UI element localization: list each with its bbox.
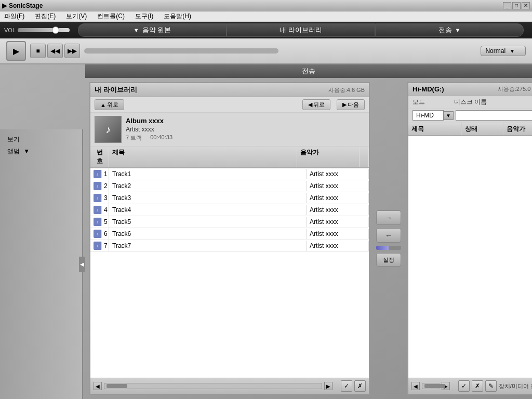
track-row[interactable]: ♪ 4 Track4 Artist xxxx bbox=[90, 204, 369, 216]
tab-my-library[interactable]: 내 라이브러리 bbox=[227, 23, 375, 37]
transfer-progress-fill bbox=[376, 246, 389, 250]
progress-bar[interactable] bbox=[84, 48, 278, 54]
right-header-title: 제목 bbox=[408, 123, 462, 135]
forward-button[interactable]: ▶ 다음 bbox=[337, 99, 365, 110]
menu-tools[interactable]: 도구(I) bbox=[133, 12, 155, 21]
track-table-header: 번호 제목 음악가 bbox=[90, 147, 369, 168]
sidebar-item-view[interactable]: 보기 bbox=[4, 134, 78, 145]
volume-slider[interactable] bbox=[18, 28, 70, 32]
album-details: Album xxxx Artist xxxx 7 트랙 00:40:33 bbox=[126, 117, 172, 142]
right-panel-mode: 모드 디스크 이름 bbox=[408, 96, 532, 109]
horizontal-scrollbar[interactable] bbox=[104, 383, 322, 389]
right-header-status: 상태 bbox=[462, 123, 503, 135]
track-artist: Artist xxxx bbox=[307, 229, 369, 239]
header-artist: 음악가 bbox=[297, 147, 360, 167]
album-title: Album xxxx bbox=[126, 117, 172, 125]
track-row[interactable]: ♪ 1 Track1 Artist xxxx bbox=[90, 168, 369, 180]
track-row[interactable]: ♪ 6 Track6 Artist xxxx bbox=[90, 228, 369, 240]
right-scroll-left[interactable]: ◀ bbox=[411, 382, 420, 390]
track-title: Track4 bbox=[109, 205, 307, 215]
track-icon: ♪ bbox=[94, 182, 102, 190]
right-track-list bbox=[408, 136, 532, 378]
header-num: 번호 bbox=[90, 147, 109, 167]
mode-select: Hi-MD ▼ bbox=[413, 110, 454, 121]
transfer-left-button[interactable]: ← bbox=[376, 228, 401, 243]
stop-button[interactable]: ■ bbox=[30, 44, 46, 58]
track-icon: ♪ bbox=[94, 206, 102, 214]
sidebar-item-album[interactable]: 앨범 ▼ bbox=[4, 145, 78, 157]
right-uncheck-button[interactable]: ✗ bbox=[472, 380, 483, 392]
transfer-content: 내 라이브러리 사용중:4.6 GB ▲ 위로 ◀ 뒤로 bbox=[85, 78, 532, 399]
track-num: ♪ 2 bbox=[90, 180, 109, 192]
menu-help[interactable]: 도움말(H) bbox=[162, 12, 193, 21]
track-artist: Artist xxxx bbox=[307, 169, 369, 179]
uncheck-button[interactable]: ✗ bbox=[354, 380, 366, 392]
disk-name-input[interactable] bbox=[456, 110, 532, 121]
close-button[interactable]: ✕ bbox=[522, 2, 530, 9]
up-button[interactable]: ▲ 위로 bbox=[95, 99, 124, 110]
track-row[interactable]: ♪ 2 Track2 Artist xxxx bbox=[90, 180, 369, 192]
collapse-sidebar-button[interactable]: ◀ bbox=[79, 257, 85, 272]
menu-control[interactable]: 컨트롤(C) bbox=[95, 12, 127, 21]
right-horizontal-scrollbar[interactable] bbox=[422, 383, 440, 389]
transfer-right-button[interactable]: → bbox=[376, 210, 401, 225]
track-row[interactable]: ♪ 3 Track3 Artist xxxx bbox=[90, 192, 369, 204]
scroll-right-button[interactable]: ▶ bbox=[324, 382, 332, 390]
play-button[interactable]: ▶ bbox=[6, 41, 26, 61]
mode-dropdown[interactable]: Normal bbox=[481, 46, 526, 56]
restore-button[interactable]: □ bbox=[512, 2, 521, 9]
left-library-panel: 내 라이브러리 사용중:4.6 GB ▲ 위로 ◀ 뒤로 bbox=[89, 82, 370, 395]
tab-transfer[interactable]: 전송 ▼ bbox=[375, 23, 524, 37]
settings-button[interactable]: 설정 bbox=[376, 253, 401, 267]
menu-bar: 파일(F) 편집(E) 보기(V) 컨트롤(C) 도구(I) 도움말(H) bbox=[0, 11, 532, 22]
volume-thumb bbox=[52, 26, 59, 34]
track-artist: Artist xxxx bbox=[307, 193, 369, 203]
track-artist: Artist xxxx bbox=[307, 241, 369, 251]
tab-music-source[interactable]: ▼ 음악 원본 bbox=[78, 23, 227, 37]
menu-file[interactable]: 파일(F) bbox=[2, 12, 26, 21]
nav-bar: VOL ▼ 음악 원본 내 라이브러리 전송 ▼ bbox=[0, 22, 532, 38]
left-panel-nav: ▲ 위로 ◀ 뒤로 ▶ 다음 bbox=[90, 97, 369, 113]
right-scrollbar-thumb bbox=[424, 384, 445, 388]
right-panel-usage: 사용중:275.0 MB bbox=[498, 85, 532, 93]
track-title: Track2 bbox=[109, 181, 307, 191]
mode-control-row: Hi-MD ▼ bbox=[408, 109, 532, 123]
player-bar: ▶ ■ ◀◀ ▶▶ Normal bbox=[0, 38, 532, 64]
album-artist: Artist xxxx bbox=[126, 126, 172, 133]
mode-select-value[interactable]: Hi-MD bbox=[413, 110, 444, 121]
track-title: Track6 bbox=[109, 229, 307, 239]
scroll-left-button[interactable]: ◀ bbox=[94, 382, 102, 390]
menu-view[interactable]: 보기(V) bbox=[64, 12, 89, 21]
disk-name-label: 디스크 이름 bbox=[454, 98, 487, 107]
minimize-button[interactable]: _ bbox=[503, 2, 511, 9]
right-header-artist: 음악가 bbox=[503, 123, 532, 135]
right-check-button[interactable]: ✓ bbox=[458, 380, 470, 392]
title-bar: ▶ SonicStage _ □ ✕ bbox=[0, 0, 532, 11]
track-title: Track7 bbox=[109, 241, 307, 251]
track-row[interactable]: ♪ 7 Track7 Artist xxxx bbox=[90, 240, 369, 252]
right-panel-header: Hi-MD(G:) 사용중:275.0 MB bbox=[408, 83, 532, 96]
sidebar-content: 보기 앨범 ▼ bbox=[0, 129, 82, 162]
track-title: Track1 bbox=[109, 169, 307, 179]
mode-select-dropdown[interactable]: ▼ bbox=[444, 111, 454, 120]
right-panel-footer: ◀ ▶ ✓ ✗ ✎ 장치/미디어 정보 bbox=[408, 378, 532, 394]
track-table: 번호 제목 음악가 ♪ 1 Track1 Artist xxxx ♪ 2 Tra… bbox=[90, 147, 369, 378]
back-button[interactable]: ◀ 뒤로 bbox=[302, 99, 330, 110]
right-edit-button[interactable]: ✎ bbox=[485, 380, 497, 392]
header-title: 제목 bbox=[109, 147, 297, 167]
track-icon: ♪ bbox=[94, 218, 102, 226]
check-all-button[interactable]: ✓ bbox=[341, 380, 352, 392]
mode-label: 모드 bbox=[413, 98, 425, 107]
track-artist: Artist xxxx bbox=[307, 205, 369, 215]
title-bar-title: ▶ SonicStage bbox=[2, 2, 43, 9]
track-title: Track3 bbox=[109, 193, 307, 203]
left-panel-usage: 사용중:4.6 GB bbox=[328, 86, 365, 94]
prev-button[interactable]: ◀◀ bbox=[47, 44, 63, 58]
device-info-button[interactable]: 장치/미디어 정보 bbox=[499, 382, 532, 390]
track-title: Track5 bbox=[109, 217, 307, 227]
menu-edit[interactable]: 편집(E) bbox=[33, 12, 58, 21]
track-num: ♪ 4 bbox=[90, 204, 109, 216]
track-row[interactable]: ♪ 5 Track5 Artist xxxx bbox=[90, 216, 369, 228]
album-thumbnail: ♪ bbox=[95, 116, 122, 143]
next-button[interactable]: ▶▶ bbox=[64, 44, 80, 58]
